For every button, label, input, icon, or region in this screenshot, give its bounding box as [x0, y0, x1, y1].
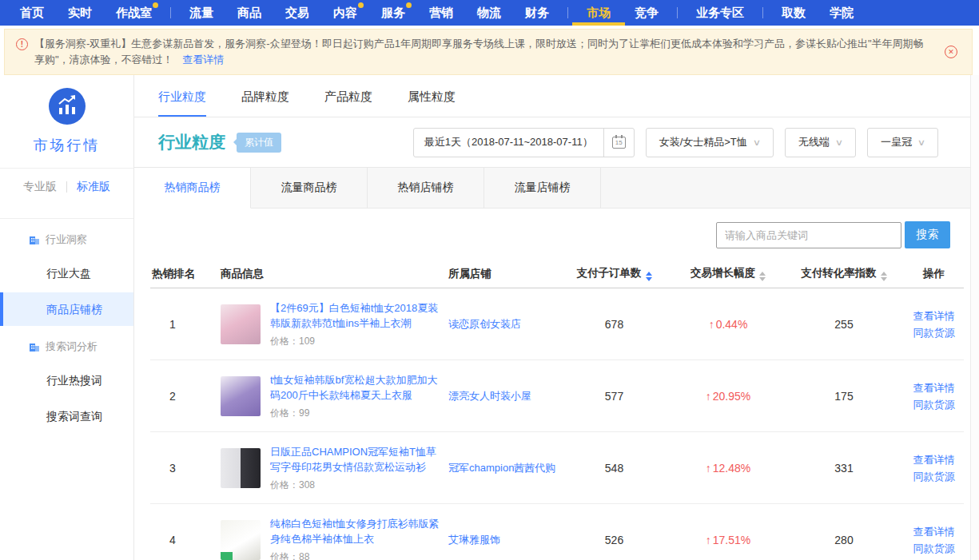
- nav-item-competition[interactable]: 竞争: [635, 0, 659, 26]
- nav-item-marketing[interactable]: 营销: [429, 0, 453, 26]
- arrow-up-icon: ↑: [706, 390, 711, 403]
- nav-item-market[interactable]: 市场: [587, 0, 611, 26]
- product-title-link[interactable]: 日版正品CHAMPION冠军短袖T恤草写字母印花男女情侣款宽松运动衫: [270, 444, 440, 475]
- nav-divider: [762, 7, 763, 18]
- header-rank: 热销排名: [150, 267, 221, 281]
- notification-dot-icon: [406, 2, 412, 8]
- rank-value: 3: [150, 462, 221, 475]
- header-product-info: 商品信息: [221, 267, 448, 281]
- nav-item-war-room[interactable]: 作战室: [116, 0, 152, 26]
- nav-divider: [567, 7, 568, 18]
- tab-traffic-shops[interactable]: 流量店铺榜: [484, 168, 601, 209]
- tab-traffic-products[interactable]: 流量商品榜: [251, 168, 368, 209]
- version-tab-pro[interactable]: 专业版: [14, 180, 66, 194]
- sort-icon[interactable]: [881, 272, 887, 281]
- product-price: 价格：99: [270, 407, 440, 420]
- nav-item-business-zone[interactable]: 业务专区: [696, 0, 744, 26]
- tab-attribute-granularity[interactable]: 属性粒度: [408, 75, 456, 117]
- header-conversion-index[interactable]: 支付转化率指数: [784, 266, 904, 281]
- growth-value: ↑20.95%: [672, 390, 784, 403]
- view-detail-link[interactable]: 查看详情: [904, 379, 964, 396]
- shop-link[interactable]: 漂亮女人时装小屋: [448, 388, 531, 403]
- search-input[interactable]: [716, 222, 901, 248]
- search-button[interactable]: 搜索: [905, 221, 950, 248]
- nav-item-finance[interactable]: 财务: [525, 0, 549, 26]
- nav-item-home[interactable]: 首页: [20, 0, 44, 26]
- product-title-link[interactable]: 【2件69元】白色短袖t恤女2018夏装韩版新款韩范t恤ins半袖上衣潮: [270, 300, 440, 331]
- rank-value: 2: [150, 390, 221, 403]
- nav-item-logistics[interactable]: 物流: [477, 0, 501, 26]
- same-supply-link[interactable]: 同款货源: [904, 324, 964, 341]
- nav-item-traffic[interactable]: 流量: [189, 0, 213, 26]
- shop-link[interactable]: 艾琳雅服饰: [448, 532, 500, 547]
- close-icon[interactable]: ✕: [945, 46, 957, 58]
- rank-value: 1: [150, 318, 221, 331]
- paid-orders-value: 548: [556, 462, 672, 475]
- sidebar-item-industry-overview[interactable]: 行业大盘: [0, 256, 133, 290]
- sidebar-group-industry-insight: 行业洞察: [0, 219, 133, 254]
- banner-detail-link[interactable]: 查看详情: [182, 54, 224, 66]
- table-body: 1 【2件69元】白色短袖t恤女2018夏装韩版新款韩范t恤ins半袖上衣潮 价…: [150, 288, 964, 560]
- sidebar-item-product-shop-rank[interactable]: 商品店铺榜: [0, 292, 133, 326]
- rank-table: 热销排名 商品信息 所属店铺 支付子订单数 交易增长幅度 支付转化率指数 操作: [150, 260, 964, 560]
- shop-link[interactable]: 读恋原创女装店: [448, 316, 521, 332]
- product-price: 价格：88: [270, 550, 440, 560]
- chevron-down-icon: ∨: [835, 137, 843, 148]
- product-image[interactable]: [221, 448, 261, 488]
- market-chart-icon: [49, 88, 86, 125]
- terminal-select[interactable]: 无线端 ∨: [785, 128, 856, 157]
- nav-item-realtime[interactable]: 实时: [68, 0, 92, 26]
- shop-link[interactable]: 冠军champion茜茜代购: [448, 460, 555, 475]
- same-supply-link[interactable]: 同款货源: [904, 540, 964, 557]
- nav-item-academy[interactable]: 学院: [830, 0, 854, 26]
- sidebar-item-search-word-query[interactable]: 搜索词查询: [0, 399, 133, 433]
- sidebar-item-hot-search-words[interactable]: 行业热搜词: [0, 363, 133, 397]
- category-select[interactable]: 女装/女士精品>T恤 ∨: [646, 128, 774, 157]
- view-detail-link[interactable]: 查看详情: [904, 308, 964, 324]
- chevron-down-icon: ∨: [753, 137, 761, 148]
- notice-banner: ! 【服务洞察-双重礼】生意参谋新品首发，服务洞察-众望登场！即日起订购产品1年…: [4, 29, 973, 75]
- tab-product-granularity[interactable]: 产品粒度: [324, 75, 372, 117]
- product-image[interactable]: [221, 376, 261, 416]
- chevron-down-icon: ∨: [917, 137, 925, 148]
- arrow-up-icon: ↑: [709, 318, 714, 331]
- conversion-index-value: 175: [784, 390, 904, 403]
- main-content: 行业粒度 品牌粒度 产品粒度 属性粒度 行业粒度 累计值 最近1天（2018-0…: [134, 75, 970, 560]
- nav-item-content[interactable]: 内容: [333, 0, 357, 26]
- sort-icon[interactable]: [646, 272, 652, 281]
- product-image[interactable]: [221, 520, 261, 560]
- table-row: 1 【2件69元】白色短袖t恤女2018夏装韩版新款韩范t恤ins半袖上衣潮 价…: [150, 288, 964, 360]
- header-action: 操作: [904, 267, 964, 281]
- nav-item-transactions[interactable]: 交易: [285, 0, 309, 26]
- product-title-link[interactable]: 纯棉白色短袖t恤女修身打底衫韩版紧身纯色棉半袖体恤上衣: [270, 516, 440, 546]
- tab-hot-products[interactable]: 热销商品榜: [134, 168, 251, 209]
- nav-item-products[interactable]: 商品: [237, 0, 261, 26]
- warning-icon: !: [16, 38, 28, 50]
- page-title: 行业粒度: [158, 131, 225, 153]
- product-image[interactable]: [221, 304, 261, 344]
- calendar-button[interactable]: 15: [603, 129, 634, 157]
- table-row: 2 t恤女短袖韩版bf宽松超大款加肥加大码200斤中长款纯棉夏天上衣服 价格：9…: [150, 360, 964, 432]
- building-icon: [29, 234, 40, 245]
- nav-item-data-fetch[interactable]: 取数: [782, 0, 806, 26]
- tab-hot-shops[interactable]: 热销店铺榜: [368, 168, 484, 209]
- sort-icon[interactable]: [759, 272, 766, 281]
- header-paid-orders[interactable]: 支付子订单数: [556, 266, 672, 281]
- view-detail-link[interactable]: 查看详情: [904, 451, 964, 468]
- product-title-link[interactable]: t恤女短袖韩版bf宽松超大款加肥加大码200斤中长款纯棉夏天上衣服: [270, 372, 440, 403]
- view-detail-link[interactable]: 查看详情: [904, 523, 964, 540]
- table-row: 3 日版正品CHAMPION冠军短袖T恤草写字母印花男女情侣款宽松运动衫 价格：…: [150, 432, 964, 504]
- cumulative-value-badge: 累计值: [237, 133, 281, 153]
- shop-level-select[interactable]: 一皇冠 ∨: [867, 128, 938, 157]
- nav-item-services[interactable]: 服务: [381, 0, 405, 26]
- calendar-icon: 15: [612, 137, 626, 149]
- product-price: 价格：308: [270, 479, 440, 492]
- tab-brand-granularity[interactable]: 品牌粒度: [241, 75, 289, 117]
- same-supply-link[interactable]: 同款货源: [904, 468, 964, 485]
- tab-industry-granularity[interactable]: 行业粒度: [158, 75, 206, 117]
- date-range-select[interactable]: 最近1天（2018-07-11~2018-07-11） 15: [413, 128, 635, 157]
- scrollbar[interactable]: [970, 75, 979, 560]
- version-tab-standard[interactable]: 标准版: [67, 180, 120, 194]
- header-growth[interactable]: 交易增长幅度: [672, 266, 784, 281]
- same-supply-link[interactable]: 同款货源: [904, 396, 964, 413]
